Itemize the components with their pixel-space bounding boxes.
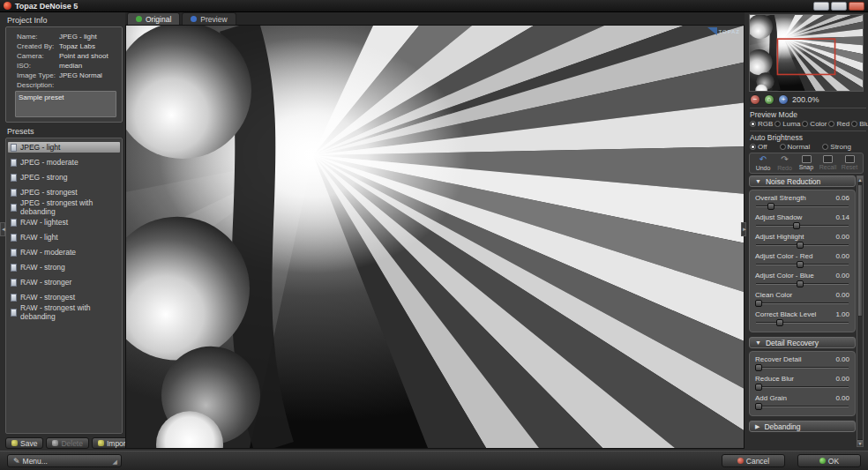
slider-adjust-shadow: Adjust Shadow0.14: [755, 213, 849, 230]
tab-preview[interactable]: Preview: [182, 12, 236, 25]
radio-blue[interactable]: Blue: [851, 120, 868, 128]
slider-correct-black-level: Correct Black Level1.00: [755, 310, 849, 327]
scrollbar-thumb[interactable]: [857, 184, 863, 317]
right-panel: − ⌂ + 200.0% Preview Mode RGB Luma Color…: [746, 14, 866, 449]
zoom-in-icon[interactable]: +: [778, 94, 789, 105]
project-field-description-label: Description:: [17, 81, 118, 89]
slider-track[interactable]: [755, 222, 849, 230]
topaz-watermark: TOPAZ: [707, 27, 740, 35]
slider-thumb[interactable]: [755, 300, 762, 307]
collapse-triangle-icon: ▼: [755, 339, 761, 346]
scroll-down-icon[interactable]: ▼: [857, 439, 863, 446]
radio-icon: [802, 121, 808, 127]
slider-overall-strength: Overall Strength0.06: [755, 194, 849, 211]
slider-track[interactable]: [755, 319, 849, 327]
preset-item[interactable]: RAW - lightest: [8, 217, 120, 228]
preset-item[interactable]: JPEG - strongest with debanding: [8, 202, 120, 213]
cancel-button[interactable]: Cancel: [722, 454, 785, 467]
section-detail-recovery[interactable]: ▼ Detail Recovery: [749, 337, 856, 348]
slider-track[interactable]: [755, 364, 849, 372]
preset-item[interactable]: JPEG - strongest: [8, 187, 120, 198]
history-toolbar: ↶Undo ↷Redo Snap Recall Reset: [749, 153, 864, 174]
slider-track[interactable]: [755, 384, 849, 392]
slider-adjust-highlight: Adjust Highlight0.00: [755, 233, 849, 250]
auto-brightness-title: Auto Brightness: [750, 131, 866, 142]
original-dot-icon: [136, 16, 142, 22]
cancel-icon: [737, 458, 744, 464]
slider-track[interactable]: [755, 403, 849, 411]
radio-normal[interactable]: Normal: [780, 143, 811, 151]
description-field[interactable]: Sample preset: [15, 91, 116, 117]
radio-icon: [851, 121, 857, 127]
view-tabbar: Original Preview: [125, 12, 745, 25]
slider-thumb[interactable]: [797, 261, 804, 268]
main-image: [126, 26, 744, 448]
maximize-button[interactable]: [831, 2, 847, 11]
preset-item[interactable]: RAW - stronger: [8, 277, 120, 287]
slider-thumb[interactable]: [755, 384, 762, 391]
recall-icon: [823, 155, 833, 163]
radio-strong[interactable]: Strong: [822, 143, 851, 151]
slider-thumb[interactable]: [776, 319, 783, 326]
preset-item[interactable]: RAW - light: [8, 232, 120, 242]
radio-red[interactable]: Red: [828, 120, 849, 128]
slider-adjust-color-red: Adjust Color - Red0.00: [755, 252, 849, 269]
preset-file-icon: [11, 249, 17, 257]
radio-off[interactable]: Off: [750, 143, 767, 151]
preset-item[interactable]: RAW - moderate: [8, 247, 120, 257]
redo-button[interactable]: ↷Redo: [775, 155, 795, 171]
radio-luma[interactable]: Luma: [774, 120, 800, 128]
preset-item[interactable]: JPEG - strong: [8, 172, 120, 183]
title-bar: Topaz DeNoise 5: [0, 0, 868, 12]
recall-button[interactable]: Recall: [819, 155, 838, 171]
ok-button[interactable]: OK: [797, 454, 861, 467]
scroll-up-icon[interactable]: ▲: [857, 176, 863, 183]
preset-item[interactable]: JPEG - light: [8, 142, 120, 153]
preset-item[interactable]: JPEG - moderate: [8, 157, 120, 168]
slider-thumb[interactable]: [755, 364, 762, 371]
preset-item[interactable]: RAW - strongest: [8, 292, 120, 302]
project-field-created-by: Created By: Topaz Labs: [17, 42, 118, 50]
snap-icon: [802, 155, 812, 163]
preset-item[interactable]: RAW - strongest with debanding: [8, 307, 120, 317]
slider-thumb[interactable]: [755, 403, 762, 410]
save-preset-button[interactable]: Save: [5, 437, 43, 449]
slider-thumb[interactable]: [767, 203, 774, 210]
preset-file-icon: [11, 294, 17, 302]
image-canvas[interactable]: TOPAZ: [125, 25, 745, 449]
slider-add-grain: Add Grain0.00: [755, 394, 849, 411]
preset-file-icon: [11, 174, 17, 182]
slider-thumb[interactable]: [793, 222, 800, 229]
panel-scrollbar[interactable]: ▲ ▼: [857, 175, 864, 447]
slider-track[interactable]: [755, 261, 849, 269]
zoom-controls: − ⌂ + 200.0%: [750, 94, 866, 105]
menu-button[interactable]: ✎ Menu... ◢: [7, 454, 122, 467]
delete-preset-button[interactable]: Delete: [46, 437, 89, 449]
slider-track[interactable]: [755, 300, 849, 308]
slider-reduce-blur: Reduce Blur0.00: [755, 375, 849, 392]
slider-track[interactable]: [755, 203, 849, 211]
slider-clean-color: Clean Color0.00: [755, 291, 849, 308]
radio-rgb[interactable]: RGB: [750, 120, 773, 128]
preset-item[interactable]: RAW - strong: [8, 262, 120, 272]
navigator-thumbnail[interactable]: [749, 14, 864, 92]
minimize-button[interactable]: [813, 2, 829, 11]
slider-thumb[interactable]: [797, 280, 804, 287]
collapse-left-panel-handle[interactable]: ◄: [0, 222, 5, 236]
section-debanding[interactable]: ▶ Debanding: [749, 421, 856, 432]
zoom-out-icon[interactable]: −: [750, 94, 760, 105]
collapse-right-panel-handle[interactable]: ►: [741, 222, 746, 236]
close-button[interactable]: [849, 2, 864, 11]
zoom-fit-icon[interactable]: ⌂: [764, 94, 774, 105]
undo-button[interactable]: ↶Undo: [753, 155, 773, 171]
snap-button[interactable]: Snap: [797, 155, 816, 171]
tab-original[interactable]: Original: [127, 12, 180, 25]
slider-thumb[interactable]: [797, 242, 804, 249]
radio-color[interactable]: Color: [802, 120, 827, 128]
reset-snap-button[interactable]: Reset: [840, 155, 859, 171]
radio-icon: [780, 144, 786, 150]
preset-file-icon: [11, 144, 17, 152]
slider-track[interactable]: [755, 242, 849, 250]
section-noise-reduction[interactable]: ▼ Noise Reduction: [749, 175, 856, 187]
slider-track[interactable]: [755, 280, 849, 288]
